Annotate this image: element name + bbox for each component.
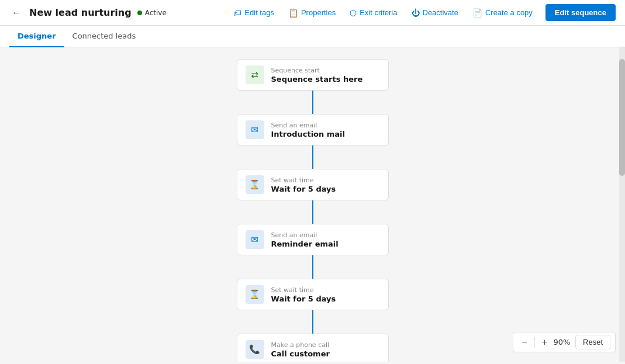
status-dot-icon <box>137 11 142 15</box>
zoom-in-button[interactable]: + <box>538 337 551 348</box>
connector-3 <box>312 200 313 224</box>
reminder-email-content: Send an email Reminder email <box>271 231 339 248</box>
properties-button[interactable]: 📋 Properties <box>282 5 341 21</box>
deactivate-icon: ⏻ <box>412 8 420 18</box>
header: ← New lead nurturing Active 🏷 Edit tags … <box>0 0 625 26</box>
wait-1-content: Set wait time Wait for 5 days <box>271 176 336 193</box>
zoom-value: 90% <box>553 338 571 346</box>
exit-criteria-icon: ⬡ <box>350 8 357 18</box>
step-wait-2[interactable]: ⌛ Set wait time Wait for 5 days <box>237 279 389 310</box>
designer-canvas: ⇄ Sequence start Sequence starts here ✉ … <box>0 47 625 362</box>
intro-email-content: Send an email Introduction mail <box>271 122 346 138</box>
wait-2-title: Wait for 5 days <box>271 294 336 303</box>
call-customer-title: Call customer <box>271 349 330 358</box>
call-customer-label: Make a phone call <box>271 341 330 349</box>
step-intro-email[interactable]: ✉ Send an email Introduction mail <box>237 114 389 145</box>
edit-tags-label: Edit tags <box>244 8 274 17</box>
edit-tags-button[interactable]: 🏷 Edit tags <box>227 5 280 21</box>
exit-criteria-label: Exit criteria <box>360 8 397 17</box>
step-start-content: Sequence start Sequence starts here <box>271 67 363 84</box>
zoom-divider <box>534 337 535 348</box>
connector-4 <box>312 255 313 279</box>
scrollbar-thumb[interactable] <box>619 59 625 176</box>
exit-criteria-button[interactable]: ⬡ Exit criteria <box>344 5 403 21</box>
tabs-bar: Designer Connected leads <box>0 26 625 47</box>
properties-icon: 📋 <box>288 8 298 18</box>
wait-2-label: Set wait time <box>271 286 336 294</box>
back-button[interactable]: ← <box>9 5 23 20</box>
step-start-title: Sequence starts here <box>271 75 363 84</box>
create-copy-icon: 📄 <box>472 8 482 18</box>
intro-email-label: Send an email <box>271 122 346 129</box>
tab-designer[interactable]: Designer <box>9 26 64 47</box>
connector-5 <box>312 310 313 334</box>
intro-email-icon: ✉ <box>246 120 264 139</box>
reminder-email-icon: ✉ <box>246 230 264 249</box>
properties-label: Properties <box>301 8 336 17</box>
vertical-scrollbar[interactable] <box>619 47 625 362</box>
step-sequence-start[interactable]: ⇄ Sequence start Sequence starts here <box>237 59 389 91</box>
header-actions: 🏷 Edit tags 📋 Properties ⬡ Exit criteria… <box>227 4 616 21</box>
call-customer-icon: 📞 <box>246 340 264 359</box>
zoom-controls: − + 90% Reset <box>513 332 616 352</box>
deactivate-label: Deactivate <box>423 8 458 17</box>
create-copy-button[interactable]: 📄 Create a copy <box>467 5 538 21</box>
step-wait-1[interactable]: ⌛ Set wait time Wait for 5 days <box>237 169 389 200</box>
zoom-reset-button[interactable]: Reset <box>575 335 610 349</box>
wait-1-icon: ⌛ <box>246 175 264 194</box>
wait-2-icon: ⌛ <box>246 285 264 304</box>
create-copy-label: Create a copy <box>485 8 533 17</box>
intro-email-title: Introduction mail <box>271 130 346 138</box>
edit-sequence-button[interactable]: Edit sequence <box>545 4 616 21</box>
reminder-email-label: Send an email <box>271 231 339 239</box>
call-customer-content: Make a phone call Call customer <box>271 341 330 358</box>
reminder-email-title: Reminder email <box>271 240 339 248</box>
wait-2-content: Set wait time Wait for 5 days <box>271 286 336 303</box>
tab-connected-leads[interactable]: Connected leads <box>64 26 144 47</box>
wait-1-label: Set wait time <box>271 176 336 184</box>
step-call-customer[interactable]: 📞 Make a phone call Call customer <box>237 334 389 362</box>
deactivate-button[interactable]: ⏻ Deactivate <box>406 5 464 21</box>
wait-1-title: Wait for 5 days <box>271 185 336 193</box>
edit-tags-icon: 🏷 <box>233 8 241 18</box>
flow-container: ⇄ Sequence start Sequence starts here ✉ … <box>0 47 625 362</box>
connector-2 <box>312 145 313 169</box>
step-reminder-email[interactable]: ✉ Send an email Reminder email <box>237 224 389 255</box>
status-badge: Active <box>137 9 167 17</box>
sequence-start-icon: ⇄ <box>246 65 264 84</box>
step-start-label: Sequence start <box>271 67 363 74</box>
status-label: Active <box>145 9 167 17</box>
zoom-out-button[interactable]: − <box>518 337 530 348</box>
page-title: New lead nurturing <box>29 7 132 18</box>
connector-1 <box>312 91 313 114</box>
